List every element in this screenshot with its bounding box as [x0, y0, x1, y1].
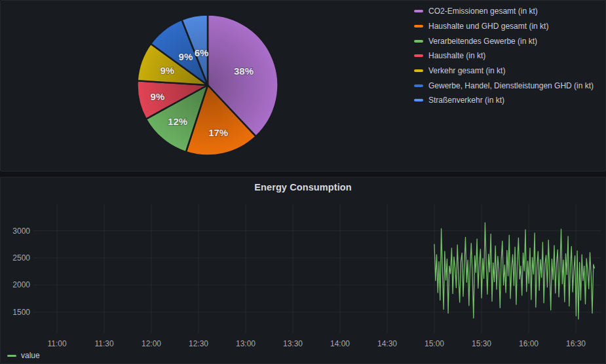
legend-label: Haushalte (in kt) [428, 51, 485, 60]
x-axis-tick-label: 16:00 [519, 339, 539, 348]
pie-legend-item-5[interactable]: Verkehr gesamt (in kt) [414, 64, 604, 79]
pie-slice-percent-label: 9% [179, 51, 193, 62]
legend-label: Verkehr gesamt (in kt) [428, 66, 505, 75]
legend-color-swatch [414, 69, 423, 72]
timeseries-legend-item[interactable]: value [7, 351, 40, 360]
series-legend-label: value [21, 351, 40, 360]
pie-slice-percent-label: 9% [151, 91, 165, 102]
pie-slice-percent-label: 12% [168, 116, 187, 127]
legend-color-swatch [414, 25, 423, 27]
pie-slice-percent-label: 38% [234, 65, 254, 77]
x-axis-tick-label: 11:00 [47, 339, 66, 348]
x-axis-tick-label: 13:00 [236, 339, 256, 348]
pie-slice-percent-label: 17% [208, 127, 228, 138]
pie-legend-item-7[interactable]: Straßenverkehr (in kt) [414, 93, 604, 108]
y-axis-tick-label: 3000 [12, 227, 30, 236]
x-axis-tick-label: 12:00 [142, 339, 161, 348]
legend-label: Verarbeitendes Gewerbe (in kt) [428, 37, 537, 46]
x-axis-tick-label: 16:30 [566, 339, 586, 348]
timeseries-chart[interactable]: 150020002500300011:0011:3012:0012:3013:0… [1, 177, 606, 364]
pie-legend-item-3[interactable]: Verarbeitendes Gewerbe (in kt) [414, 33, 604, 48]
legend-label: Haushalte und GHD gesamt (in kt) [428, 22, 548, 31]
y-axis-tick-label: 2500 [12, 253, 30, 263]
pie-legend-item-1[interactable]: CO2-Emissionen gesamt (in kt) [414, 4, 604, 19]
y-axis-tick-label: 2000 [12, 280, 30, 289]
pie-slice-percent-label: 6% [195, 47, 209, 58]
pie-chart-panel: 38%17%12%9%9%9%6% CO2-Emissionen gesamt … [0, 0, 606, 172]
pie-legend: CO2-Emissionen gesamt (in kt)Haushalte u… [414, 4, 604, 108]
x-axis-tick-label: 15:00 [425, 339, 444, 348]
timeseries-panel: Energy Consumption 150020002500300011:00… [0, 177, 606, 364]
series-line-value [434, 223, 595, 319]
y-axis-tick-label: 1500 [12, 308, 30, 317]
series-color-swatch [7, 355, 16, 357]
legend-label: Gewerbe, Handel, Dienstleistungen GHD (i… [428, 81, 594, 90]
x-axis-tick-label: 14:00 [330, 339, 350, 348]
x-axis-tick-label: 11:30 [94, 339, 113, 348]
pie-slice-percent-label: 9% [160, 65, 174, 76]
pie-legend-item-2[interactable]: Haushalte und GHD gesamt (in kt) [414, 19, 604, 34]
legend-color-swatch [414, 99, 423, 101]
legend-color-swatch [414, 40, 423, 43]
pie-legend-item-4[interactable]: Haushalte (in kt) [414, 48, 604, 64]
x-axis-tick-label: 13:30 [283, 339, 303, 348]
legend-color-swatch [414, 10, 423, 12]
x-axis-tick-label: 12:30 [189, 339, 208, 348]
pie-legend-item-6[interactable]: Gewerbe, Handel, Dienstleistungen GHD (i… [414, 78, 604, 93]
legend-label: CO2-Emissionen gesamt (in kt) [428, 7, 538, 16]
legend-label: Straßenverkehr (in kt) [428, 96, 504, 105]
x-axis-tick-label: 14:30 [377, 339, 397, 348]
x-axis-tick-label: 15:30 [472, 339, 491, 348]
legend-color-swatch [414, 84, 423, 87]
legend-color-swatch [414, 54, 423, 57]
